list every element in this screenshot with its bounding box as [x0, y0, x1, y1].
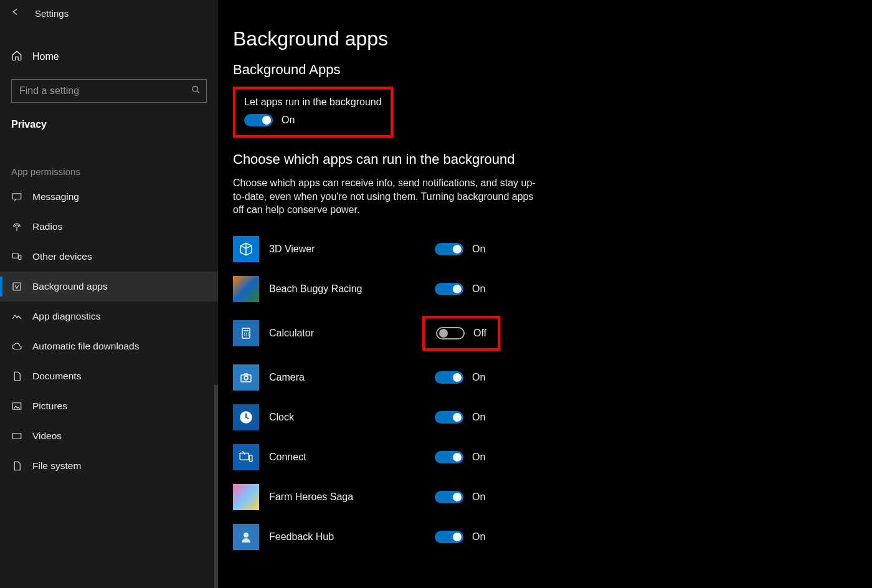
- svg-point-0: [192, 86, 198, 92]
- svg-rect-5: [12, 403, 21, 410]
- svg-rect-12: [249, 455, 252, 462]
- app-row-connect: Connect On: [233, 437, 872, 477]
- app-name-label: Beach Buggy Racing: [269, 283, 425, 295]
- sidebar-item-documents[interactable]: Documents: [0, 361, 218, 391]
- sidebar-item-other-devices[interactable]: Other devices: [0, 242, 218, 272]
- app-row-calculator: Calculator Off: [233, 309, 872, 358]
- app-icon-beach-buggy-racing: [233, 276, 259, 302]
- app-row-farm-heroes-saga: Farm Heroes Saga On: [233, 477, 872, 517]
- master-toggle-highlight: Let apps run in the background On: [233, 87, 393, 138]
- app-toggle-camera[interactable]: [435, 371, 463, 384]
- app-toggle-state: On: [472, 412, 485, 423]
- app-row-beach-buggy-racing: Beach Buggy Racing On: [233, 269, 872, 309]
- app-icon-feedback-hub: [233, 524, 259, 550]
- svg-rect-3: [19, 255, 21, 260]
- nav-list: Messaging Radios Other devices Backgroun…: [0, 182, 218, 481]
- sidebar-item-label: App diagnostics: [32, 311, 100, 322]
- app-toggle-farm-heroes-saga[interactable]: [435, 491, 463, 503]
- svg-rect-2: [12, 254, 18, 258]
- app-toggle-state: On: [472, 531, 485, 543]
- category-label: Privacy: [0, 119, 218, 130]
- section-heading-choose-apps: Choose which apps can run in the backgro…: [233, 151, 872, 168]
- master-toggle-label: Let apps run in the background: [244, 97, 382, 108]
- home-label: Home: [32, 51, 59, 62]
- sidebar-item-file-system[interactable]: File system: [0, 451, 218, 481]
- app-toggle-state: On: [472, 244, 485, 255]
- sidebar-item-label: Automatic file downloads: [32, 341, 139, 352]
- sidebar-item-label: Pictures: [32, 401, 67, 412]
- svg-rect-1: [12, 194, 21, 199]
- videos-icon: [11, 430, 22, 442]
- messaging-icon: [11, 191, 22, 202]
- section-heading: App permissions: [0, 166, 218, 177]
- master-toggle[interactable]: [244, 114, 273, 126]
- file-system-icon: [11, 460, 22, 472]
- home-button[interactable]: Home: [0, 43, 218, 70]
- cloud-icon: [11, 341, 22, 352]
- search-wrap: [11, 79, 207, 103]
- page-title: Background apps: [233, 27, 872, 50]
- app-list: 3D Viewer On Beach Buggy Racing On Calcu…: [233, 229, 872, 557]
- home-icon: [11, 50, 22, 64]
- sidebar: Settings Home Privacy App permissions Me…: [0, 0, 218, 588]
- pictures-icon: [11, 401, 22, 412]
- radios-icon: [11, 221, 22, 232]
- app-toggle-state: On: [472, 283, 485, 295]
- description-text: Choose which apps can receive info, send…: [233, 176, 538, 217]
- section-heading-background-apps: Background Apps: [233, 62, 872, 78]
- document-icon: [11, 371, 22, 382]
- app-toggle-feedback-hub[interactable]: [435, 531, 463, 543]
- app-icon-farm-heroes-saga: [233, 484, 259, 510]
- sidebar-item-label: Messaging: [32, 191, 79, 202]
- app-name-label: 3D Viewer: [269, 244, 425, 255]
- sidebar-item-label: Videos: [32, 430, 62, 442]
- sidebar-item-pictures[interactable]: Pictures: [0, 391, 218, 421]
- main-content: Background apps Background Apps Let apps…: [218, 0, 872, 588]
- sidebar-item-label: Radios: [32, 221, 62, 232]
- sidebar-item-videos[interactable]: Videos: [0, 421, 218, 451]
- app-name-label: Camera: [269, 372, 425, 383]
- sidebar-item-radios[interactable]: Radios: [0, 212, 218, 242]
- app-toggle-3d-viewer[interactable]: [435, 243, 463, 255]
- sidebar-header: Settings: [0, 0, 218, 27]
- app-name-label: Connect: [269, 452, 425, 463]
- app-icon-clock: [233, 404, 259, 430]
- sidebar-item-background-apps[interactable]: Background apps: [0, 272, 218, 301]
- app-name-label: Feedback Hub: [269, 531, 425, 543]
- app-toggle-clock[interactable]: [435, 411, 463, 424]
- svg-point-13: [244, 533, 249, 538]
- app-icon-camera: [233, 364, 259, 391]
- app-toggle-beach-buggy-racing[interactable]: [435, 283, 463, 295]
- back-icon[interactable]: [10, 6, 21, 21]
- sidebar-item-label: Documents: [32, 371, 81, 382]
- app-toggle-state: Off: [473, 328, 486, 339]
- app-toggle-highlight-calculator: Off: [422, 316, 500, 351]
- diagnostics-icon: [11, 311, 22, 322]
- app-toggle-state: On: [472, 372, 485, 383]
- sidebar-item-messaging[interactable]: Messaging: [0, 182, 218, 212]
- sidebar-item-label: Background apps: [32, 281, 108, 292]
- app-toggle-state: On: [472, 491, 485, 503]
- app-toggle-connect[interactable]: [435, 451, 463, 463]
- other-devices-icon: [11, 251, 22, 262]
- settings-title: Settings: [35, 8, 69, 19]
- svg-rect-6: [12, 434, 21, 439]
- sidebar-item-automatic-file-downloads[interactable]: Automatic file downloads: [0, 331, 218, 361]
- svg-point-9: [244, 376, 248, 380]
- app-icon-calculator: [233, 320, 259, 346]
- master-toggle-state: On: [282, 115, 295, 126]
- app-name-label: Calculator: [269, 328, 425, 339]
- app-row-clock: Clock On: [233, 397, 872, 437]
- app-row-feedback-hub: Feedback Hub On: [233, 517, 872, 557]
- app-toggle-state: On: [472, 452, 485, 463]
- app-icon-connect: [233, 444, 259, 470]
- app-icon-3d-viewer: [233, 236, 259, 262]
- search-input[interactable]: [11, 79, 207, 103]
- app-row-camera: Camera On: [233, 358, 872, 397]
- search-icon: [191, 85, 201, 97]
- app-name-label: Clock: [269, 412, 425, 423]
- sidebar-item-app-diagnostics[interactable]: App diagnostics: [0, 301, 218, 331]
- app-name-label: Farm Heroes Saga: [269, 491, 425, 503]
- app-row-3d-viewer: 3D Viewer On: [233, 229, 872, 269]
- app-toggle-calculator[interactable]: [436, 327, 465, 339]
